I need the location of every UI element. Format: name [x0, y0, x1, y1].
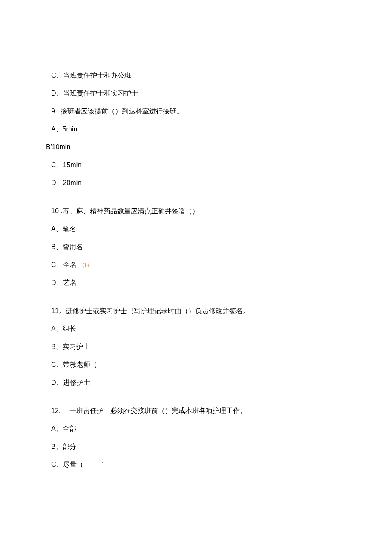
question-11: 11。进修护士或实习护士书写护理记录时由（）负责修改并签名。 — [51, 306, 341, 316]
q9-option-b: B'10min — [46, 142, 341, 152]
q11-option-c: C、带教老师（ — [51, 360, 341, 370]
q10-option-d: D、艺名 — [51, 278, 341, 288]
q9-option-a: A、5min — [51, 124, 341, 134]
line-d-option: D、当班责任护士和实习护士 — [51, 88, 341, 99]
q9-option-d: D、20min — [51, 178, 341, 188]
q10-option-a: A、笔名 — [51, 224, 341, 234]
q11-option-b: B、实习护士 — [51, 342, 341, 352]
q11-option-d: D、进修护士 — [51, 378, 341, 388]
spacer — [51, 395, 341, 406]
question-12: 12. 上一班责任护士必须在交接班前（）完成本班各项护理工作。 — [51, 406, 341, 416]
q10-option-c: C、全名（I+ — [51, 260, 341, 270]
q12-option-a: A、全部 — [51, 424, 341, 434]
q12-option-b: B、部分 — [51, 442, 341, 452]
q12-option-c: C、尽量（' — [51, 459, 341, 470]
spacer — [51, 296, 341, 306]
annotation-text: （I+ — [78, 261, 90, 268]
q11-option-a: A、组长 — [51, 324, 341, 334]
q9-option-c: C、15min — [51, 160, 341, 170]
question-10: 10 .毒、麻、精神药品数量应清点正确并签署（） — [51, 206, 341, 216]
line-c-option: C、当班责任护士和办公班 — [51, 70, 341, 81]
spacer — [51, 196, 341, 206]
question-9: 9 . 接班者应该提前（）到达科室进行接班。 — [51, 106, 341, 116]
q10-option-b: B、曾用名 — [51, 242, 341, 252]
document-page: C、当班责任护士和办公班 D、当班责任护士和实习护士 9 . 接班者应该提前（）… — [0, 0, 392, 520]
trailing-mark: ' — [102, 461, 104, 468]
